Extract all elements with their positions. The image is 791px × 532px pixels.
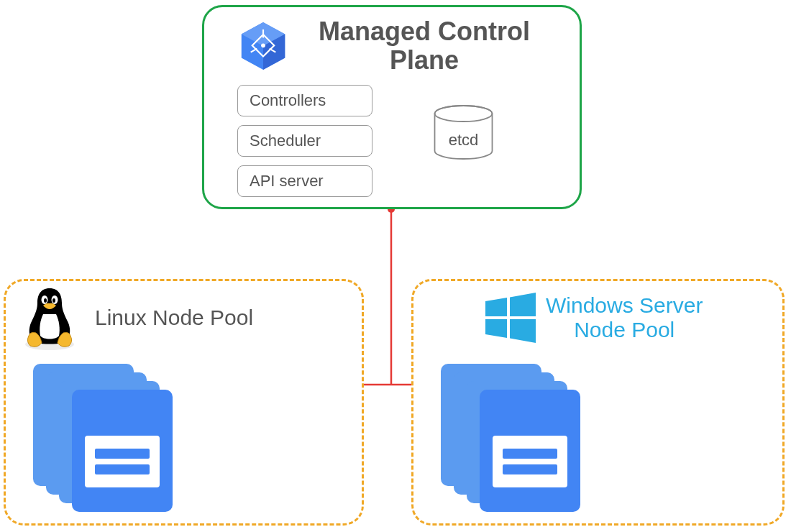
- compute-icon: [480, 390, 580, 512]
- svg-point-14: [261, 43, 265, 47]
- gke-icon: [237, 20, 289, 72]
- windows-pool-header: Windows Server Node Pool Windows ServerN…: [485, 293, 703, 343]
- etcd-block: etcd: [433, 105, 494, 161]
- control-plane-box: Managed Control Plane Controllers Schedu…: [202, 5, 582, 209]
- linux-pool-header: Linux Node Pool: [22, 284, 253, 352]
- windows-icon: [485, 293, 536, 343]
- control-plane-components: Controllers Scheduler API server: [237, 85, 372, 206]
- compute-icon: [72, 390, 173, 512]
- component-controllers: Controllers: [237, 85, 372, 116]
- windows-node-pool-box: Windows Server Node Pool Windows ServerN…: [411, 279, 785, 526]
- control-plane-header: Managed Control Plane: [237, 17, 547, 74]
- svg-point-21: [52, 298, 55, 303]
- svg-point-20: [44, 298, 47, 303]
- tux-icon: [22, 284, 78, 352]
- component-scheduler: Scheduler: [237, 125, 372, 157]
- control-plane-title: Managed Control Plane: [302, 17, 547, 74]
- windows-pool-title: Windows Server Node Pool Windows ServerN…: [546, 293, 703, 343]
- linux-node-pool-box: Linux Node Pool: [4, 279, 364, 526]
- etcd-label: etcd: [449, 131, 479, 150]
- component-api-server: API server: [237, 165, 372, 197]
- linux-pool-title: Linux Node Pool: [95, 306, 253, 330]
